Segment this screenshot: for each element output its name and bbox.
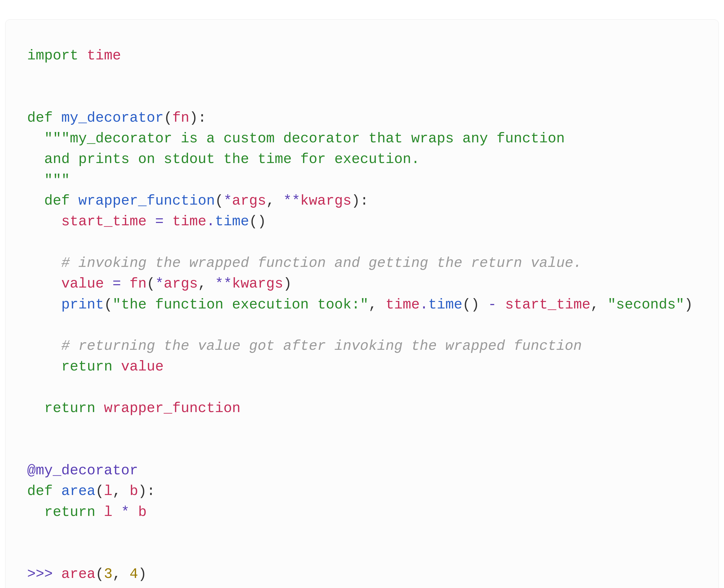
kw-def: def <box>27 483 53 499</box>
op-star: * <box>223 193 232 209</box>
repl-prompt: >>> <box>27 566 61 582</box>
punc: , <box>198 276 215 292</box>
op-eq: = <box>104 276 129 292</box>
comment: # invoking the wrapped function and gett… <box>61 255 582 271</box>
arg-l: l <box>104 483 113 499</box>
mod-time: time <box>172 213 206 230</box>
var-b: b <box>138 504 147 520</box>
mod-time: time <box>385 297 420 313</box>
op-dot: . <box>206 213 215 230</box>
kw-import: import <box>27 47 78 64</box>
punc: , <box>113 566 129 582</box>
output-num: 9.5367431640625e-07 <box>275 587 437 588</box>
op-dstar: ** <box>215 276 232 292</box>
punc: , <box>590 297 607 313</box>
op-dstar: ** <box>283 193 300 209</box>
punc: () <box>249 213 266 230</box>
op-dot: . <box>420 297 428 313</box>
op-minus: - <box>479 297 505 313</box>
decorator: @my_decorator <box>27 462 138 479</box>
output-text: seconds <box>437 587 505 588</box>
op-star: * <box>155 276 164 292</box>
punc: ): <box>351 193 368 209</box>
arg-kwargs: kwargs <box>300 193 351 209</box>
punc: ): <box>189 110 206 126</box>
var-value: value <box>121 359 164 375</box>
punc: ) <box>283 276 292 292</box>
fn-area: area <box>61 566 95 582</box>
kw-return: return <box>61 359 113 375</box>
fn-print: print <box>61 297 104 313</box>
punc: () <box>462 297 479 313</box>
arg-args: args <box>164 276 198 292</box>
str: "seconds" <box>607 297 684 313</box>
fn-fn: fn <box>129 276 147 292</box>
num: 3 <box>104 566 113 582</box>
arg-b: b <box>129 483 138 499</box>
fn-area: area <box>61 483 95 499</box>
punc: , <box>266 193 283 209</box>
punc: ( <box>215 193 223 209</box>
num: 4 <box>129 566 138 582</box>
kw-return: return <box>44 504 95 520</box>
str: "the function execution took:" <box>113 297 368 313</box>
docstring: and prints on stdout the time for execut… <box>27 151 420 167</box>
punc: ) <box>138 566 147 582</box>
punc: ( <box>95 566 104 582</box>
kw-def: def <box>44 193 70 209</box>
var-wrapper_function: wrapper_function <box>104 400 240 417</box>
punc: , <box>368 297 385 313</box>
punc: ( <box>95 483 104 499</box>
fn-my_decorator: my_decorator <box>61 110 164 126</box>
fn-wrapper_function: wrapper_function <box>78 193 215 209</box>
fn-time: time <box>428 297 462 313</box>
op-eq: = <box>147 213 172 230</box>
fn-time: time <box>215 213 249 230</box>
kw-return: return <box>44 400 95 417</box>
kw-def: def <box>27 110 53 126</box>
punc: ( <box>164 110 172 126</box>
punc: ): <box>138 483 155 499</box>
punc: ( <box>147 276 155 292</box>
output-text: the function execution took: <box>27 587 275 588</box>
comment: # returning the value got after invoking… <box>61 338 582 354</box>
op-star: * <box>113 504 138 520</box>
var-l: l <box>104 504 113 520</box>
arg-args: args <box>232 193 266 209</box>
arg-fn: fn <box>172 110 189 126</box>
punc: , <box>113 483 129 499</box>
arg-kwargs: kwargs <box>232 276 283 292</box>
var-start_time: start_time <box>505 297 590 313</box>
var-start_time: start_time <box>61 213 147 230</box>
var-value: value <box>61 276 104 292</box>
code-block: import time def my_decorator(fn): """my_… <box>5 19 719 588</box>
docstring: """ <box>27 172 70 188</box>
punc: ) <box>684 297 693 313</box>
punc: ( <box>104 297 113 313</box>
docstring: """my_decorator is a custom decorator th… <box>44 130 565 147</box>
mod-time: time <box>87 47 121 64</box>
